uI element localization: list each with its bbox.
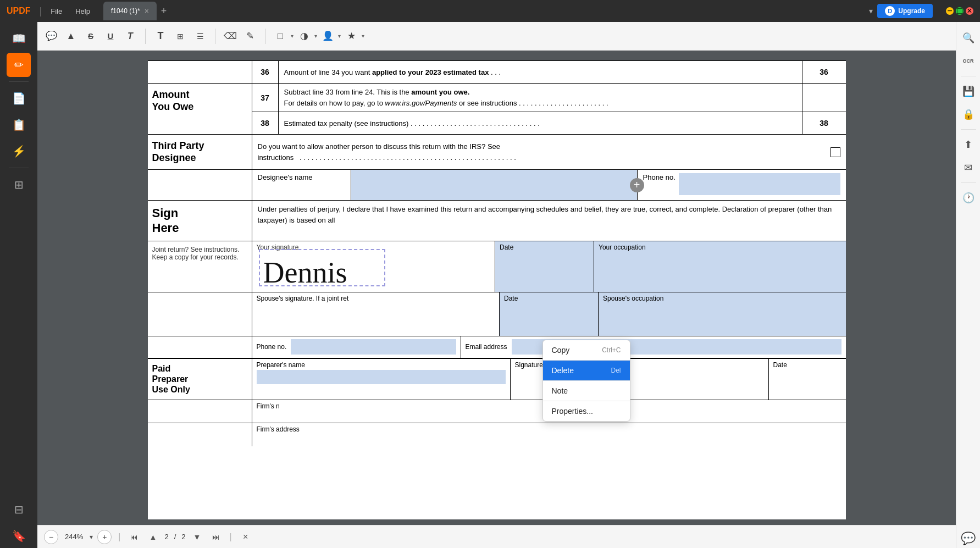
- date-cell2[interactable]: Date: [500, 292, 599, 336]
- amount-section-label: AmountYou Owe: [148, 84, 252, 134]
- joint-return-label: Joint return? See instructions. Keep a c…: [148, 241, 252, 292]
- close-btn[interactable]: ×: [966, 7, 973, 15]
- line37-box[interactable]: [802, 84, 846, 112]
- sign-here-section: SignHere Under penalties of perjury, I d…: [148, 201, 846, 358]
- third-party-checkbox[interactable]: [830, 147, 840, 157]
- sidebar-lock-icon[interactable]: 🔒: [959, 105, 978, 124]
- page-total: 2: [181, 533, 185, 541]
- phone-input[interactable]: [291, 339, 456, 355]
- close-viewer-btn[interactable]: ×: [239, 530, 253, 544]
- color-icon[interactable]: ◑: [295, 27, 313, 46]
- phone-field[interactable]: [679, 173, 840, 195]
- title-bar-right: ▾ D Upgrade − □ ×: [869, 4, 980, 18]
- stamp-icon[interactable]: ★: [342, 27, 361, 46]
- minimize-btn[interactable]: −: [946, 7, 954, 15]
- context-menu[interactable]: Copy Ctrl+C Delete Del Note Properties..…: [542, 340, 630, 422]
- signature-dennis[interactable]: Dennis: [252, 253, 358, 292]
- sidebar-mail-icon[interactable]: ✉: [959, 158, 978, 177]
- line37-text3: or see instructions: [459, 99, 517, 107]
- phone-area: Phone no.: [637, 170, 846, 200]
- shape-arrow[interactable]: ▾: [291, 33, 294, 39]
- tab-add-btn[interactable]: +: [161, 5, 167, 17]
- underline-icon[interactable]: U: [101, 27, 120, 46]
- menu-help[interactable]: Help: [69, 7, 97, 15]
- list-icon[interactable]: ☰: [191, 27, 209, 46]
- your-signature-cell[interactable]: Your signature Dennis: [252, 241, 496, 292]
- tab-close-btn[interactable]: ×: [145, 7, 149, 15]
- maximize-btn[interactable]: □: [956, 7, 964, 15]
- menu-file[interactable]: File: [44, 7, 69, 15]
- upgrade-button[interactable]: D Upgrade: [877, 4, 933, 18]
- nav-last-btn[interactable]: ⏭: [209, 530, 223, 544]
- sign-label: SignHere: [148, 201, 252, 241]
- sidebar-bookmark-icon[interactable]: 🔖: [7, 524, 31, 548]
- spouses-sig-cell[interactable]: Spouse's signature. If a joint ret: [252, 292, 500, 336]
- zoom-in-btn[interactable]: +: [97, 530, 112, 544]
- stamp-dropdown[interactable]: ★ ▾: [342, 27, 364, 46]
- tab-f1040[interactable]: f1040 (1)* ×: [103, 2, 157, 20]
- zoom-dropdown[interactable]: ▾: [90, 533, 93, 541]
- sidebar-pages-icon[interactable]: 📄: [7, 86, 31, 110]
- preparer-name-input[interactable]: [257, 370, 506, 384]
- designee-name-label: Designee's name: [252, 170, 351, 200]
- note-label: Note: [552, 386, 568, 395]
- strikethrough-icon[interactable]: S: [81, 27, 100, 46]
- sidebar-upload-icon[interactable]: ⬆: [959, 135, 978, 154]
- line36-box[interactable]: 36: [802, 61, 846, 83]
- plus-button[interactable]: +: [630, 178, 644, 192]
- date-cell1[interactable]: Date: [495, 241, 594, 292]
- signature-container[interactable]: Dennis: [252, 253, 358, 292]
- sidebar-save-icon[interactable]: 💾: [959, 82, 978, 101]
- context-menu-note[interactable]: Note: [543, 381, 630, 401]
- occupation-cell1[interactable]: Your occupation: [594, 241, 846, 292]
- zoom-out-btn[interactable]: −: [44, 530, 58, 544]
- color-arrow[interactable]: ▾: [314, 33, 317, 39]
- text-icon[interactable]: T: [121, 27, 140, 46]
- shape-icon[interactable]: □: [271, 27, 290, 46]
- text-box-icon[interactable]: ⊞: [171, 27, 190, 46]
- sidebar-layers-icon[interactable]: ⊟: [7, 497, 31, 522]
- preparer-date-label: Date: [773, 361, 787, 369]
- toolbar-sep3: [265, 29, 265, 44]
- line-36-row: 36 Amount of line 34 you want applied to…: [148, 60, 846, 84]
- context-menu-properties[interactable]: Properties...: [543, 401, 630, 421]
- stamp-arrow[interactable]: ▾: [362, 33, 364, 39]
- nav-next-btn[interactable]: ▼: [190, 530, 204, 544]
- toolbar-group-draw: ⌫ ✎: [221, 27, 259, 46]
- sidebar-chat-icon[interactable]: 💬: [959, 529, 978, 548]
- text-bold-icon[interactable]: T: [151, 27, 170, 46]
- occupation-cell2[interactable]: Spouse's occupation: [599, 292, 846, 336]
- toolbar-sep1: [145, 29, 146, 44]
- context-menu-delete[interactable]: Delete Del: [543, 361, 630, 380]
- sidebar-extract-icon[interactable]: ⚡: [7, 139, 31, 163]
- sidebar-right-sep2: [961, 129, 976, 130]
- sidebar-ocr-icon[interactable]: OCR: [959, 52, 978, 70]
- sidebar-search-icon[interactable]: 🔍: [959, 29, 978, 47]
- person-icon[interactable]: 👤: [318, 27, 337, 46]
- nav-first-btn[interactable]: ⏮: [127, 530, 141, 544]
- zoom-value: 244%: [63, 533, 85, 541]
- person-arrow[interactable]: ▾: [338, 33, 341, 39]
- sidebar-read-icon[interactable]: 📖: [7, 26, 31, 51]
- tab-dropdown-btn[interactable]: ▾: [869, 7, 873, 15]
- email-label: Email address: [466, 343, 507, 351]
- line37-italic: www.irs.gov/Payments: [385, 99, 457, 107]
- sidebar-edit-icon[interactable]: ✏: [7, 53, 31, 77]
- eraser-icon[interactable]: ⌫: [221, 27, 240, 46]
- sidebar-history-icon[interactable]: 🕐: [959, 189, 978, 207]
- sign-row2-spacer: [148, 292, 252, 336]
- phone-no-cell-label: Phone no.: [257, 343, 287, 351]
- line38-box[interactable]: 38: [802, 112, 846, 134]
- context-menu-copy[interactable]: Copy Ctrl+C: [543, 340, 630, 360]
- sidebar-organize-icon[interactable]: 📋: [7, 113, 31, 137]
- pdf-wrapper[interactable]: 36 Amount of line 34 you want applied to…: [37, 51, 956, 525]
- color-dropdown[interactable]: ◑ ▾: [295, 27, 317, 46]
- nav-prev-btn[interactable]: ▲: [146, 530, 160, 544]
- highlight-icon[interactable]: ▲: [62, 27, 80, 46]
- person-dropdown[interactable]: 👤 ▾: [318, 27, 341, 46]
- pencil-icon[interactable]: ✎: [241, 27, 259, 46]
- designee-name-field[interactable]: +: [351, 170, 637, 200]
- sidebar-tools-icon[interactable]: ⊞: [7, 173, 31, 197]
- shape-dropdown[interactable]: □ ▾: [271, 27, 294, 46]
- comment-icon[interactable]: 💬: [42, 27, 60, 46]
